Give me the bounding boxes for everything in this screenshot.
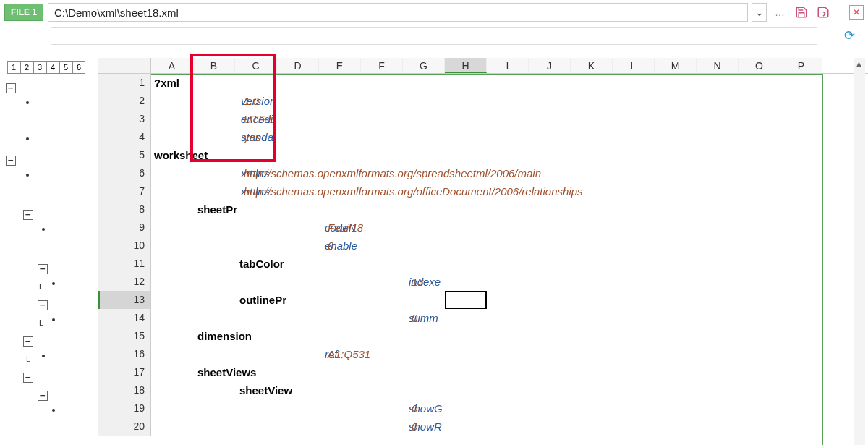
- table-row: 8sheetPr: [98, 200, 868, 219]
- row-content[interactable]: outlinePr: [151, 291, 868, 309]
- row-header-15[interactable]: 15: [98, 327, 151, 345]
- collapse-icon[interactable]: −: [38, 264, 48, 274]
- collapse-icon[interactable]: −: [23, 210, 33, 220]
- row-header-8[interactable]: 8: [98, 200, 151, 219]
- row-header-16[interactable]: 16: [98, 345, 151, 363]
- row-content[interactable]: showG0: [151, 399, 868, 418]
- col-header-J[interactable]: J: [529, 58, 571, 73]
- table-row: 9codeNFeuil18: [98, 219, 868, 237]
- col-header-D[interactable]: D: [277, 58, 319, 73]
- select-all-corner[interactable]: [98, 58, 151, 73]
- table-row: 16refA1:Q531: [98, 345, 868, 363]
- toolbar: FILE 1 ⌄ … ✕: [0, 0, 868, 25]
- col-header-K[interactable]: K: [571, 58, 613, 73]
- row-header-13[interactable]: 13: [98, 291, 151, 309]
- row-content[interactable]: xmlnshttp://schemas.openxmlformats.org/s…: [151, 164, 868, 182]
- row-content[interactable]: xmlns:http://schemas.openxmlformats.org/…: [151, 182, 868, 200]
- row-header-18[interactable]: 18: [98, 381, 151, 399]
- save-as-icon[interactable]: [814, 4, 832, 21]
- row-header-3[interactable]: 3: [98, 110, 151, 128]
- tree-dot: [42, 228, 45, 231]
- row-header-19[interactable]: 19: [98, 399, 151, 418]
- outline-level-4[interactable]: 4: [46, 61, 59, 74]
- row-header-4[interactable]: 4: [98, 128, 151, 146]
- collapse-icon[interactable]: −: [23, 373, 33, 383]
- scroll-up-icon[interactable]: ▲: [855, 59, 863, 68]
- row-content[interactable]: summ0: [151, 309, 868, 327]
- vertical-scrollbar[interactable]: ▲: [854, 58, 865, 445]
- outline-level-3[interactable]: 3: [33, 61, 46, 74]
- outline-level-6[interactable]: 6: [72, 61, 85, 74]
- tree-dot: [52, 409, 55, 412]
- outline-tree: 123456 −−−−L−L−L−−: [0, 58, 98, 445]
- row-header-2[interactable]: 2: [98, 92, 151, 110]
- row-header-10[interactable]: 10: [98, 237, 151, 255]
- row-content[interactable]: sheetView: [151, 381, 868, 399]
- formula-bar: [43, 25, 825, 48]
- col-header-N[interactable]: N: [697, 58, 739, 73]
- col-header-P[interactable]: P: [780, 58, 822, 73]
- col-header-E[interactable]: E: [319, 58, 361, 73]
- col-header-L[interactable]: L: [613, 58, 655, 73]
- collapse-icon[interactable]: −: [23, 336, 33, 347]
- row-content[interactable]: worksheet: [151, 146, 868, 164]
- row-header-9[interactable]: 9: [98, 219, 151, 237]
- save-icon[interactable]: [793, 4, 810, 21]
- row-header-20[interactable]: 20: [98, 418, 151, 436]
- table-row: 17sheetViews: [98, 363, 868, 381]
- row-header-17[interactable]: 17: [98, 363, 151, 381]
- path-input[interactable]: [48, 3, 748, 22]
- row-content[interactable]: enable0: [151, 237, 868, 255]
- collapse-icon[interactable]: −: [38, 391, 48, 401]
- grid: ABCDEFGHIJKLMNOP 1?xml2version1.03encodi…: [98, 58, 868, 445]
- row-content[interactable]: showR0: [151, 418, 868, 436]
- row-content[interactable]: sheetPr: [151, 200, 868, 219]
- outline-level-2[interactable]: 2: [20, 61, 33, 74]
- collapse-icon[interactable]: −: [6, 156, 16, 166]
- refresh-icon[interactable]: ⟳: [844, 27, 855, 43]
- row-header-7[interactable]: 7: [98, 182, 151, 200]
- row-header-6[interactable]: 6: [98, 164, 151, 182]
- col-header-A[interactable]: A: [151, 58, 193, 73]
- row-header-12[interactable]: 12: [98, 273, 151, 291]
- col-header-F[interactable]: F: [361, 58, 403, 73]
- table-row: 10enable0: [98, 237, 868, 255]
- row-header-14[interactable]: 14: [98, 309, 151, 327]
- row-header-5[interactable]: 5: [98, 146, 151, 164]
- row-content[interactable]: sheetViews: [151, 363, 868, 381]
- row-content[interactable]: dimension: [151, 327, 868, 345]
- row-content[interactable]: ?xml: [151, 74, 868, 92]
- row-content[interactable]: version1.0: [151, 92, 868, 110]
- outline-level-bar: 123456: [3, 59, 90, 77]
- tree-end: L: [39, 282, 43, 291]
- collapse-icon[interactable]: −: [38, 300, 48, 310]
- col-header-I[interactable]: I: [487, 58, 529, 73]
- outline-level-1[interactable]: 1: [7, 61, 20, 74]
- col-header-C[interactable]: C: [235, 58, 277, 73]
- close-icon[interactable]: ✕: [849, 5, 864, 20]
- col-header-M[interactable]: M: [655, 58, 697, 73]
- row-content[interactable]: indexe13: [151, 273, 868, 291]
- outline-level-5[interactable]: 5: [59, 61, 72, 74]
- file-tab[interactable]: FILE 1: [4, 4, 43, 21]
- path-dropdown-icon[interactable]: ⌄: [752, 3, 767, 22]
- col-header-B[interactable]: B: [193, 58, 235, 73]
- active-cell[interactable]: [445, 291, 487, 309]
- row-content[interactable]: tabColor: [151, 255, 868, 273]
- more-icon[interactable]: …: [771, 4, 788, 21]
- table-row: 14summ0: [98, 309, 868, 327]
- tree-dot: [42, 355, 45, 357]
- row-content[interactable]: encodiUTF-8: [151, 110, 868, 128]
- tree-dot: [52, 282, 55, 285]
- row-header-11[interactable]: 11: [98, 255, 151, 273]
- col-header-H[interactable]: H: [445, 58, 487, 73]
- formula-input[interactable]: [51, 27, 817, 45]
- row-content[interactable]: standayes: [151, 128, 868, 146]
- col-header-G[interactable]: G: [403, 58, 445, 73]
- row-content[interactable]: refA1:Q531: [151, 345, 868, 363]
- collapse-icon[interactable]: −: [6, 83, 16, 93]
- row-header-1[interactable]: 1: [98, 74, 151, 92]
- table-row: 20showR0: [98, 418, 868, 436]
- col-header-O[interactable]: O: [739, 58, 780, 73]
- row-content[interactable]: codeNFeuil18: [151, 219, 868, 237]
